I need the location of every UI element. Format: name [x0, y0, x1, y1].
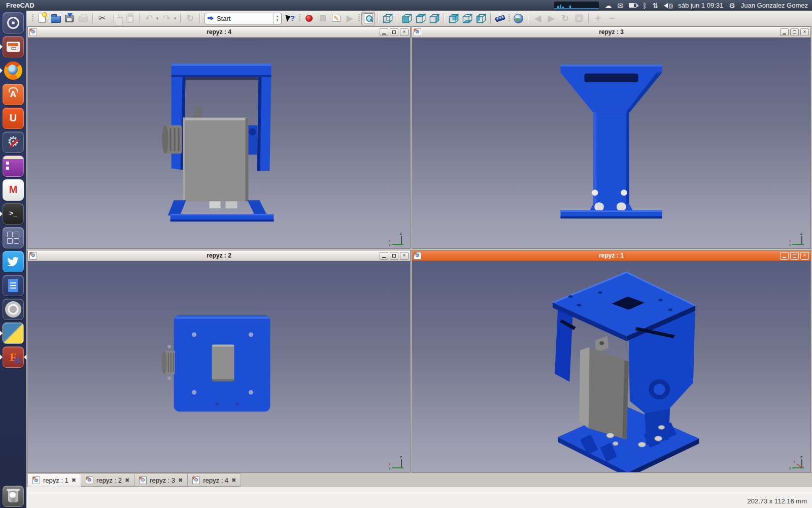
- volume-icon[interactable]: ))): [664, 3, 672, 9]
- web-refresh-button[interactable]: ↻: [558, 12, 572, 25]
- launcher-item-software-center[interactable]: A: [0, 82, 26, 106]
- zoom-in-button[interactable]: +: [591, 12, 605, 25]
- tab-close-icon[interactable]: ✖: [125, 478, 129, 483]
- maximize-button[interactable]: [390, 252, 398, 260]
- open-button[interactable]: [49, 12, 62, 25]
- launcher-item-dash[interactable]: [0, 11, 26, 35]
- titlebar-repyz-3[interactable]: ⚙ repyz : 3 ×: [412, 27, 810, 38]
- network-transfer-icon[interactable]: ⇅: [653, 2, 659, 9]
- workbench-spin-buttons[interactable]: ▴▾: [273, 13, 281, 24]
- web-stop-button[interactable]: ✕: [572, 12, 586, 25]
- macro-stop-button[interactable]: [316, 12, 329, 25]
- viewport-top[interactable]: z x y: [28, 261, 410, 472]
- tab-repyz-2[interactable]: ⚙ repyz : 2 ✖: [81, 473, 134, 487]
- tab-close-icon[interactable]: ✖: [178, 478, 183, 483]
- viewport-axonometric[interactable]: z x y: [412, 261, 810, 472]
- view-right-button[interactable]: [427, 12, 441, 25]
- close-button[interactable]: ×: [800, 28, 809, 36]
- copy-button[interactable]: [109, 12, 123, 25]
- print-button[interactable]: [76, 12, 90, 25]
- fit-all-button[interactable]: [361, 12, 375, 25]
- launcher-item-gmail[interactable]: M: [0, 178, 26, 202]
- titlebar-repyz-1[interactable]: ⚙ repyz : 1 ×: [412, 250, 810, 261]
- app-title: FreeCAD: [6, 2, 35, 9]
- view-axonometric-button[interactable]: [381, 12, 394, 25]
- close-button[interactable]: ×: [400, 28, 409, 36]
- network-activity-icon[interactable]: [554, 2, 599, 9]
- viewport-front[interactable]: z x y: [28, 38, 410, 248]
- view-top-button[interactable]: [414, 12, 427, 25]
- close-button[interactable]: ×: [400, 252, 409, 260]
- axis-indicator: z x y: [788, 455, 807, 470]
- measure-button[interactable]: [493, 12, 507, 25]
- tab-repyz-3[interactable]: ⚙ repyz : 3 ✖: [134, 473, 188, 487]
- tab-close-icon[interactable]: ✖: [72, 478, 76, 483]
- front-view-cube-icon: [401, 13, 413, 24]
- save-button[interactable]: [62, 12, 76, 25]
- launcher-item-terminal[interactable]: >_: [0, 202, 26, 226]
- redo-button[interactable]: ↷: [160, 12, 174, 25]
- titlebar-repyz-2[interactable]: ⚙ repyz : 2 ×: [28, 250, 410, 261]
- maximize-button[interactable]: [790, 28, 799, 36]
- maximize-button[interactable]: [390, 28, 398, 36]
- back-button[interactable]: ◀: [531, 12, 545, 25]
- minimize-button[interactable]: [380, 28, 388, 36]
- mail-icon[interactable]: ✉: [617, 2, 623, 9]
- tab-repyz-4[interactable]: ⚙ repyz : 4 ✖: [188, 473, 241, 487]
- launcher-item-ubuntu-one[interactable]: U: [0, 106, 26, 130]
- subwindow-repyz-3: ⚙ repyz : 3 ×: [412, 26, 811, 249]
- macro-record-button[interactable]: [302, 12, 316, 25]
- model-side-view: [412, 38, 810, 248]
- axis-indicator: z x y: [388, 231, 407, 246]
- launcher-item-freecad[interactable]: F⚙: [0, 345, 26, 369]
- paste-button[interactable]: [123, 12, 137, 25]
- launcher-item-purple-app[interactable]: [0, 154, 26, 178]
- view-rear-button[interactable]: [447, 12, 460, 25]
- viewport-side[interactable]: z x y: [412, 38, 810, 248]
- launcher-item-firefox[interactable]: [0, 58, 26, 82]
- web-browser-button[interactable]: [512, 12, 525, 25]
- minimize-button[interactable]: [380, 252, 388, 260]
- undo-button[interactable]: ↶: [142, 12, 156, 25]
- cloud-icon[interactable]: ☁: [604, 2, 612, 9]
- workbench-selector[interactable]: Start ▴▾: [205, 13, 282, 24]
- user-name[interactable]: Juan Gonzalez Gomez: [741, 2, 808, 9]
- tab-close-icon[interactable]: ✖: [231, 478, 236, 483]
- titlebar-repyz-4[interactable]: ⚙ repyz : 4 ×: [28, 27, 410, 38]
- refresh-button[interactable]: ↻: [183, 12, 197, 25]
- view-bottom-button[interactable]: [460, 12, 474, 25]
- launcher-item-trash[interactable]: [0, 484, 26, 508]
- minimize-button[interactable]: [780, 252, 789, 260]
- launcher-item-docs[interactable]: [0, 273, 26, 297]
- macro-play-button[interactable]: ▶: [343, 12, 357, 25]
- bluetooth-icon[interactable]: ᛒ: [642, 2, 647, 9]
- zoom-out-button[interactable]: −: [605, 12, 619, 25]
- whats-this-button[interactable]: ?: [284, 12, 297, 25]
- maximize-button[interactable]: [790, 252, 799, 260]
- launcher-item-python[interactable]: [0, 321, 26, 345]
- tab-repyz-1[interactable]: ⚙ repyz : 1 ✖: [27, 473, 81, 487]
- freecad-doc-icon: ⚙: [86, 477, 93, 484]
- open-folder-icon: [51, 16, 61, 23]
- unity-launcher: A U ⚙ M >_ F⚙: [0, 11, 26, 508]
- minimize-button[interactable]: [780, 28, 789, 36]
- view-left-button[interactable]: [474, 12, 488, 25]
- toolbar-grip[interactable]: [32, 14, 33, 22]
- forward-button[interactable]: ▶: [545, 12, 558, 25]
- launcher-item-chromium[interactable]: [0, 297, 26, 321]
- new-document-button[interactable]: [35, 12, 49, 25]
- redo-icon: ↷: [163, 14, 171, 23]
- close-button[interactable]: ×: [800, 252, 809, 260]
- launcher-item-settings[interactable]: ⚙: [0, 130, 26, 154]
- status-bar-strip: [26, 487, 812, 494]
- macro-edit-button[interactable]: ✎: [329, 12, 343, 25]
- battery-icon[interactable]: [629, 3, 637, 8]
- launcher-item-twitter[interactable]: [0, 249, 26, 273]
- session-gear-icon[interactable]: ⚙: [729, 2, 735, 9]
- save-icon: [65, 15, 74, 22]
- view-front-button[interactable]: [400, 12, 414, 25]
- clock[interactable]: sáb jun 1 09:31: [678, 2, 723, 9]
- launcher-item-workspaces[interactable]: [0, 226, 26, 249]
- launcher-item-files[interactable]: [0, 35, 26, 58]
- cut-button[interactable]: ✂: [95, 12, 109, 25]
